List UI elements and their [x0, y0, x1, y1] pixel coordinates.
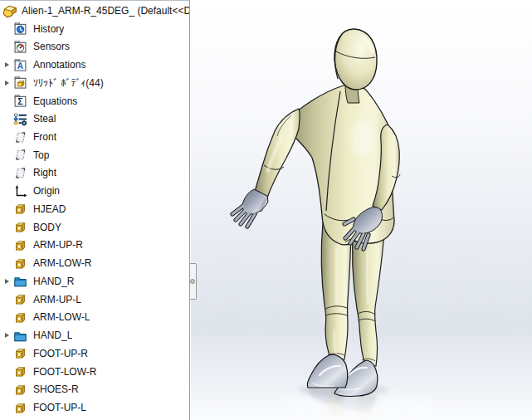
tree-item-annotations[interactable]: Annotations: [0, 56, 189, 74]
expand-arrow-slot: [2, 380, 12, 398]
expand-arrow-slot: [2, 308, 12, 326]
solid-body-icon: [12, 401, 28, 415]
tree-item-top-plane[interactable]: Top: [0, 146, 189, 164]
plane-icon: [12, 166, 28, 180]
tree-item-foot-low-r[interactable]: FOOT-LOW-R: [0, 363, 189, 381]
expand-arrow-slot: [2, 344, 12, 363]
expand-arrow-slot: [2, 200, 12, 218]
model-hand-r[interactable]: [232, 189, 268, 227]
solid-body-icon: [12, 346, 28, 360]
origin-icon: [12, 184, 28, 198]
folder-icon: [12, 274, 28, 288]
tree-root-item[interactable]: Alien-1_ARM-R_45DEG_ (Default<<De: [0, 2, 189, 20]
tree-item-arm-up-r[interactable]: ARM-UP-R: [0, 237, 189, 255]
expand-arrow-slot: [2, 291, 12, 309]
tree-item-arm-low-r[interactable]: ARM-LOW-R: [0, 254, 189, 272]
tree-item-right-plane[interactable]: Right: [0, 164, 189, 183]
tree-item-hand-r[interactable]: HAND_R: [0, 272, 189, 291]
tree-item-front-plane[interactable]: Front: [0, 128, 189, 146]
panel-splitter-handle[interactable]: [190, 263, 197, 300]
tree-item-solid-bodies[interactable]: ｿﾘｯﾄﾞ ﾎﾞﾃﾞｨ(44): [0, 74, 189, 92]
tree-item-sensors[interactable]: Sensors: [0, 37, 189, 56]
model-arm-r[interactable]: [255, 109, 300, 198]
solid-body-icon: [12, 310, 28, 325]
expand-arrow-slot: [2, 164, 12, 183]
plane-icon: [12, 148, 28, 162]
history-icon: [12, 22, 28, 36]
expand-arrow-slot: [2, 182, 12, 200]
solid-body-icon: [12, 364, 28, 378]
tree-item-shoes-r[interactable]: SHOES-R: [0, 380, 189, 398]
expand-arrow-icon[interactable]: [2, 326, 12, 344]
expand-arrow-slot: [2, 128, 12, 146]
solid-body-icon: [12, 220, 28, 234]
splitter-dot-icon: [190, 279, 195, 284]
expand-arrow-icon[interactable]: [2, 56, 12, 74]
tree-item-hjead[interactable]: HJEAD: [0, 200, 189, 218]
feature-tree-panel: Alien-1_ARM-R_45DEG_ (Default<<De Histor…: [0, 0, 190, 420]
model-shoes-front[interactable]: [307, 354, 348, 388]
plane-icon: [12, 130, 28, 144]
expand-arrow-icon[interactable]: [2, 272, 12, 291]
expand-arrow-slot: [2, 218, 12, 237]
expand-arrow-slot: [2, 237, 12, 255]
solid-body-icon: [12, 383, 28, 397]
solid-body-icon: [12, 292, 28, 306]
expand-arrow-slot: [2, 110, 12, 128]
tree-item-equations[interactable]: Equations: [0, 92, 189, 110]
equations-icon: [12, 94, 28, 108]
expand-arrow-icon[interactable]: [2, 74, 12, 92]
tree-item-arm-low-l[interactable]: ARM-LOW-L: [0, 308, 189, 326]
part-icon: [2, 3, 18, 18]
graphics-viewport[interactable]: [191, 0, 532, 420]
tree-item-foot-up-r[interactable]: FOOT-UP-R: [0, 344, 189, 363]
solid-bodies-folder-icon: [12, 76, 28, 90]
expand-arrow-slot: [2, 37, 12, 56]
folder-icon: [12, 329, 28, 343]
expand-arrow-slot: [2, 398, 12, 417]
tree-item-origin[interactable]: Origin: [0, 182, 189, 200]
tree-root-label: Alien-1_ARM-R_45DEG_ (Default<<De: [22, 5, 189, 17]
expand-arrow-slot: [2, 146, 12, 164]
tree-item-body[interactable]: BODY: [0, 218, 189, 237]
solid-body-icon: [12, 202, 28, 216]
expand-arrow-slot: [2, 254, 12, 272]
mannequin-model[interactable]: [191, 0, 532, 420]
expand-arrow-slot: [2, 363, 12, 381]
tree-item-arm-up-l[interactable]: ARM-UP-L: [0, 291, 189, 309]
expand-arrow-slot: [2, 20, 12, 38]
tree-item-foot-up-l[interactable]: FOOT-UP-L: [0, 398, 189, 417]
tree-item-hand-l[interactable]: HAND_L: [0, 326, 189, 344]
annotations-icon: [12, 58, 28, 72]
sensors-icon: [12, 40, 28, 54]
solid-body-icon: [12, 256, 28, 271]
tree-item-history[interactable]: History: [0, 20, 189, 38]
material-icon: [12, 112, 28, 126]
tree-item-material[interactable]: Steal: [0, 110, 189, 128]
expand-arrow-slot: [2, 92, 12, 110]
solid-body-icon: [12, 238, 28, 252]
